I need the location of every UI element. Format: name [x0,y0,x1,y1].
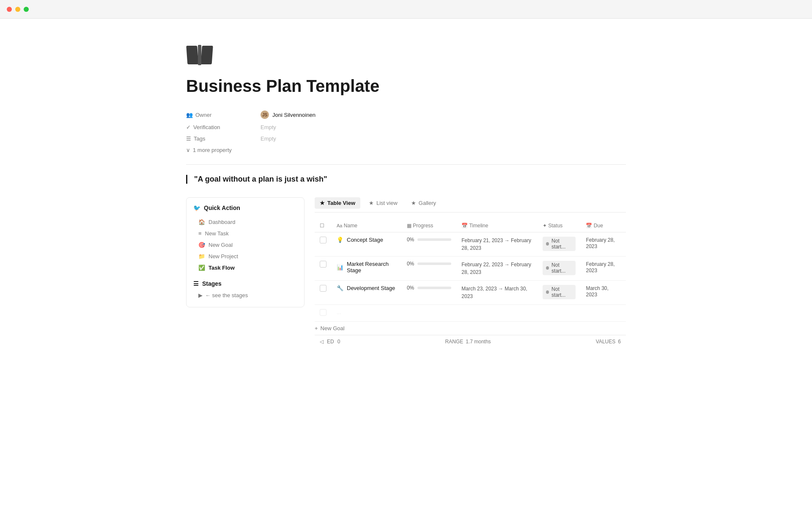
sidebar-item-task-flow[interactable]: ✅ Task Flow [193,262,297,273]
due-col-icon: 📅 [586,223,592,229]
row2-progress-cell: 0% [402,257,456,281]
property-verification[interactable]: ✓ Verification Empty [186,121,626,133]
sidebar-item-see-stages[interactable]: ▶ ← see the stages [193,290,297,300]
quote-block: "A goal without a plan is just a wish" [186,175,626,184]
table-body: 💡 Concept Stage 0% [315,232,626,322]
new-goal-icon: 🎯 [198,242,205,248]
progress-col-icon: ▦ [407,223,411,229]
verification-label: ✓ Verification [186,124,254,130]
row4-name-cell: ... [332,305,626,322]
row1-timeline: February 21, 2023 → February 28, 2023 [461,237,532,252]
verification-icon: ✓ [186,124,191,130]
row2-due: February 28, 2023 [586,261,614,273]
minimize-button[interactable] [15,7,20,12]
tab-table-view[interactable]: ★ Table View [315,197,360,209]
row2-timeline-cell: February 22, 2023 → February 28, 2023 [456,257,538,281]
row3-name: 🔧 Development Stage [337,285,397,291]
table-panel: ★ Table View ★ List view ★ Gallery ☐ [315,197,626,348]
col-checkbox: ☐ [315,219,332,232]
maximize-button[interactable] [24,7,29,12]
sidebar-item-new-project[interactable]: 📁 New Project [193,251,297,262]
col-progress[interactable]: ▦ Progress [402,219,456,232]
quick-action-icon: 🐦 [193,204,200,211]
status-col-icon: ✦ [543,223,547,229]
row1-progress-cell: 0% [402,232,456,257]
new-project-icon: 📁 [198,253,205,260]
titlebar [0,0,812,19]
avatar: JS [261,110,269,119]
quick-action-panel: 🐦 Quick Action 🏠 Dashboard ≡ New Task 🎯 … [186,197,304,307]
row3-due-cell: March 30, 2023 [581,281,626,305]
row1-due: February 28, 2023 [586,237,614,249]
row3-name-cell[interactable]: 🔧 Development Stage [332,281,402,305]
quote-text: "A goal without a plan is just a wish" [194,175,626,184]
stages-icon: ☰ [193,280,199,287]
development-icon: 🔧 [337,285,343,291]
property-tags[interactable]: ☰ Tags Empty [186,133,626,144]
header-row: ☐ Aa Name ▦ Progress 📅 Timeline [315,219,626,232]
col-due[interactable]: 📅 Due [581,219,626,232]
two-column-layout: 🐦 Quick Action 🏠 Dashboard ≡ New Task 🎯 … [186,197,626,348]
list-view-star-icon: ★ [369,200,374,206]
row2-checkbox[interactable] [320,261,326,268]
chevron-down-icon: ∨ [186,147,190,153]
close-button[interactable] [7,7,12,12]
name-col-icon: Aa [337,223,342,228]
row2-status-cell[interactable]: Not start... [538,257,581,281]
row2-name-cell[interactable]: 📊 Market Research Stage [332,257,402,281]
row3-status-cell[interactable]: Not start... [538,281,581,305]
dashboard-icon: 🏠 [198,219,205,225]
sidebar-item-new-task[interactable]: ≡ New Task [193,228,297,239]
row4-checkbox[interactable] [320,309,326,316]
tab-gallery[interactable]: ★ Gallery [406,197,441,209]
arrow-icon: ▶ [198,292,203,298]
row2-name: 📊 Market Research Stage [337,261,397,273]
svg-rect-1 [201,46,213,64]
status-dot [546,290,549,294]
col-timeline[interactable]: 📅 Timeline [456,219,538,232]
row2-timeline: February 22, 2023 → February 28, 2023 [461,261,532,276]
table-row: 🔧 Development Stage 0% [315,281,626,305]
row2-due-cell: February 28, 2023 [581,257,626,281]
concept-icon: 💡 [337,237,343,243]
more-properties-toggle[interactable]: ∨ 1 more property [186,144,626,156]
page-icon [186,44,626,67]
row2-progress: 0% [407,261,451,267]
table-row: 💡 Concept Stage 0% [315,232,626,257]
row1-timeline-cell: February 21, 2023 → February 28, 2023 [456,232,538,257]
status-dot [546,266,549,270]
row1-name: 💡 Concept Stage [337,237,397,243]
market-research-icon: 📊 [337,264,343,271]
tags-value: Empty [261,135,276,142]
row1-due-cell: February 28, 2023 [581,232,626,257]
row1-progress: 0% [407,237,451,243]
main-content: Business Plan Template 👥 Owner JS Joni S… [152,19,660,365]
data-table: ☐ Aa Name ▦ Progress 📅 Timeline [315,219,626,322]
new-goal-button[interactable]: + New Goal [315,322,626,335]
tab-list-view[interactable]: ★ List view [364,197,403,209]
divider [186,164,626,165]
tags-label: ☰ Tags [186,135,254,142]
tags-icon: ☰ [186,135,191,142]
row3-progress: 0% [407,285,451,291]
gallery-star-icon: ★ [411,200,416,206]
sidebar-item-dashboard[interactable]: 🏠 Dashboard [193,216,297,228]
row1-status-badge: Not start... [543,237,576,251]
property-owner[interactable]: 👥 Owner JS Joni Silvennoinen [186,108,626,121]
row1-status-cell[interactable]: Not start... [538,232,581,257]
quick-action-title: 🐦 Quick Action [193,204,297,211]
view-tabs: ★ Table View ★ List view ★ Gallery [315,197,626,213]
owner-label: 👥 Owner [186,112,254,118]
verification-value: Empty [261,124,276,130]
col-status[interactable]: ✦ Status [538,219,581,232]
status-dot [546,242,549,246]
row1-checkbox[interactable] [320,237,326,243]
row1-name-cell[interactable]: 💡 Concept Stage [332,232,402,257]
sidebar-item-new-goal[interactable]: 🎯 New Goal [193,239,297,251]
col-name[interactable]: Aa Name [332,219,402,232]
row3-checkbox[interactable] [320,285,326,292]
table-row: ... [315,305,626,322]
row3-progress-cell: 0% [402,281,456,305]
row3-status-badge: Not start... [543,285,576,299]
row1-checkbox-cell [315,232,332,257]
